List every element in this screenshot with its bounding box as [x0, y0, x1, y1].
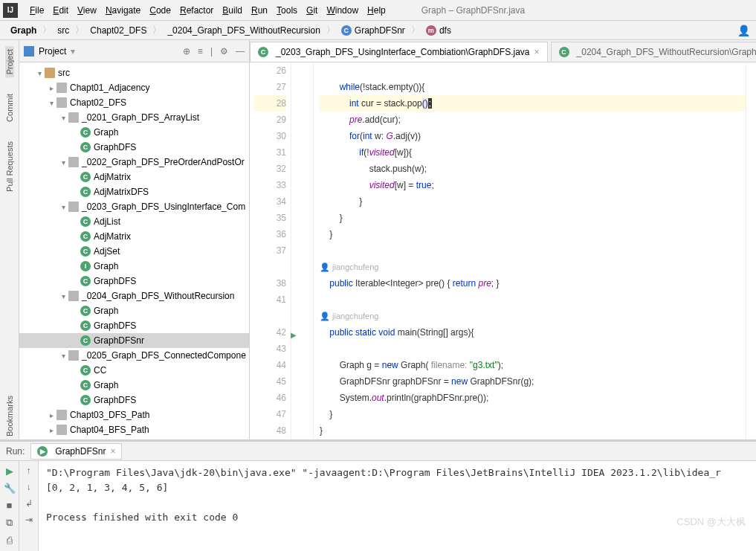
- tree-node[interactable]: ▸CGraphDFS: [19, 140, 249, 155]
- locate-icon[interactable]: ⊕: [183, 46, 190, 57]
- tree-node[interactable]: ▸CAdjMatrix: [19, 229, 249, 244]
- tree-node[interactable]: ▸Chapt03_DFS_Path: [19, 407, 249, 422]
- chevron-down-icon[interactable]: ▾: [71, 46, 75, 57]
- breadcrumb-item[interactable]: mdfs: [421, 24, 456, 37]
- code-line[interactable]: public Iterable<Integer> pre() { return …: [320, 275, 746, 291]
- tree-node[interactable]: ▸CGraphDFS: [19, 318, 249, 333]
- code-line[interactable]: public static void main(String[] args){: [320, 324, 746, 341]
- breadcrumb-item[interactable]: _0204_Graph_DFS_WithoutRecursion: [163, 24, 324, 37]
- code-line[interactable]: int cur = stack.pop();: [320, 95, 746, 112]
- run-tab[interactable]: ▶ GraphDFSnr ×: [30, 443, 122, 460]
- down-icon[interactable]: ↓: [27, 482, 31, 492]
- layout-icon[interactable]: ⧉: [6, 517, 13, 529]
- tree-node[interactable]: ▾_0204_Graph_DFS_WithoutRecursion: [19, 289, 249, 303]
- tree-node[interactable]: ▸CGraphDFS: [19, 274, 249, 289]
- editor[interactable]: 262728293031323334353637384142▶434445464…: [250, 62, 756, 439]
- close-icon[interactable]: ×: [534, 47, 540, 57]
- line-number[interactable]: 30: [254, 128, 286, 144]
- tree-node[interactable]: ▸Chapt04_BFS_Path: [19, 422, 249, 437]
- scroll-icon[interactable]: ⇥: [25, 515, 33, 525]
- twisty-icon[interactable]: ▾: [58, 203, 68, 211]
- tree-node[interactable]: ▾_0202_Graph_DFS_PreOrderAndPostOr: [19, 155, 249, 170]
- tree-node[interactable]: ▾src: [19, 65, 249, 80]
- line-number[interactable]: 36: [254, 226, 286, 242]
- line-number[interactable]: 32: [254, 161, 286, 177]
- tree-node[interactable]: ▸CAdjMatrix: [19, 170, 249, 184]
- line-number[interactable]: 34: [254, 193, 286, 210]
- tree-node[interactable]: ▸CCC: [19, 363, 249, 378]
- code-line[interactable]: for(int w: G.adj(v)): [320, 128, 746, 144]
- twisty-icon[interactable]: ▸: [46, 426, 56, 434]
- line-number[interactable]: 31: [254, 144, 286, 161]
- close-icon[interactable]: ×: [110, 446, 115, 457]
- tree-node[interactable]: ▸IGraph: [19, 259, 249, 274]
- menu-build[interactable]: Build: [218, 4, 247, 17]
- line-number[interactable]: 37: [254, 242, 286, 259]
- code-line[interactable]: }: [320, 210, 746, 226]
- stop-icon[interactable]: ■: [7, 500, 13, 511]
- menu-code[interactable]: Code: [145, 4, 175, 17]
- breadcrumb-item[interactable]: Graph: [6, 24, 41, 37]
- tree-node[interactable]: ▾_0205_Graph_DFS_ConnectedCompone: [19, 348, 249, 363]
- editor-tab[interactable]: C _0203_Graph_DFS_UsingInterface_Combiat…: [250, 42, 548, 62]
- rail-commit[interactable]: Commit: [5, 91, 14, 125]
- menu-run[interactable]: Run: [247, 4, 272, 17]
- console-output[interactable]: "D:\Program Files\Java\jdk-20\bin\java.e…: [39, 461, 756, 551]
- menu-view[interactable]: View: [73, 4, 101, 17]
- twisty-icon[interactable]: ▾: [58, 292, 68, 300]
- gutter[interactable]: 262728293031323334353637384142▶434445464…: [250, 62, 291, 439]
- code-line[interactable]: [320, 242, 746, 259]
- code-line[interactable]: System.out.println(graphDFSnr.pre());: [320, 390, 746, 406]
- menu-window[interactable]: Window: [322, 4, 363, 17]
- hide-icon[interactable]: —: [236, 46, 245, 57]
- tree-node[interactable]: ▾_0201_Graph_DFS_ArrayList: [19, 110, 249, 125]
- line-number[interactable]: 48: [254, 422, 286, 439]
- breadcrumb-item[interactable]: src: [53, 24, 74, 37]
- breadcrumb-item[interactable]: CGraphDFSnr: [337, 24, 410, 37]
- twisty-icon[interactable]: ▸: [46, 84, 56, 92]
- gutter-run-icon[interactable]: ▶: [291, 327, 297, 344]
- code-line[interactable]: if(!visited[w]){: [320, 144, 746, 161]
- project-tree[interactable]: ▾src▸Chapt01_Adjacency▾Chapt02_DFS▾_0201…: [19, 62, 249, 439]
- code-area[interactable]: while(!stack.empty()){ int cur = stack.p…: [314, 62, 746, 439]
- expand-icon[interactable]: ≡: [198, 46, 203, 57]
- line-number[interactable]: 38: [254, 275, 286, 291]
- menu-refactor[interactable]: Refactor: [175, 4, 218, 17]
- rerun-icon[interactable]: ▶: [6, 465, 13, 477]
- line-number[interactable]: 28: [254, 95, 286, 112]
- sidebar-title[interactable]: Project: [39, 46, 66, 57]
- tree-node[interactable]: ▸CGraph: [19, 303, 249, 318]
- tree-node[interactable]: ▸CGraph: [19, 378, 249, 393]
- user-avatar-icon[interactable]: 👤: [737, 25, 750, 36]
- tree-node[interactable]: ▸CGraphDFS: [19, 393, 249, 407]
- line-number[interactable]: 46: [254, 390, 286, 406]
- twisty-icon[interactable]: ▸: [46, 411, 56, 419]
- line-number[interactable]: 45: [254, 373, 286, 390]
- code-line[interactable]: Graph g = new Graph( filename: "g3.txt")…: [320, 357, 746, 373]
- line-number[interactable]: 35: [254, 210, 286, 226]
- line-number[interactable]: 33: [254, 177, 286, 193]
- twisty-icon[interactable]: ▾: [58, 352, 68, 360]
- line-number[interactable]: 44: [254, 357, 286, 373]
- line-number[interactable]: 47: [254, 406, 286, 422]
- line-number[interactable]: 41: [254, 291, 286, 308]
- code-line[interactable]: visited[w] = true;: [320, 177, 746, 193]
- code-line[interactable]: [320, 291, 746, 308]
- softwrap-icon[interactable]: ↲: [25, 498, 33, 509]
- menu-navigate[interactable]: Navigate: [101, 4, 145, 17]
- code-line[interactable]: }: [320, 406, 746, 422]
- tree-node[interactable]: ▸Chapt01_Adjacency: [19, 80, 249, 95]
- tree-node[interactable]: ▸CAdjSet: [19, 244, 249, 259]
- twisty-icon[interactable]: ▾: [58, 114, 68, 122]
- line-number[interactable]: 43: [254, 341, 286, 357]
- code-line[interactable]: }: [320, 226, 746, 242]
- code-line[interactable]: [320, 341, 746, 357]
- rail-bookmarks[interactable]: Bookmarks: [5, 393, 14, 439]
- tree-node[interactable]: ▸CAdjMatrixDFS: [19, 184, 249, 199]
- menu-help[interactable]: Help: [363, 4, 390, 17]
- code-line[interactable]: stack.push(w);: [320, 161, 746, 177]
- line-number[interactable]: 26: [254, 62, 286, 79]
- line-number[interactable]: 27: [254, 79, 286, 95]
- code-line[interactable]: while(!stack.empty()){: [320, 79, 746, 95]
- menu-edit[interactable]: Edit: [48, 4, 73, 17]
